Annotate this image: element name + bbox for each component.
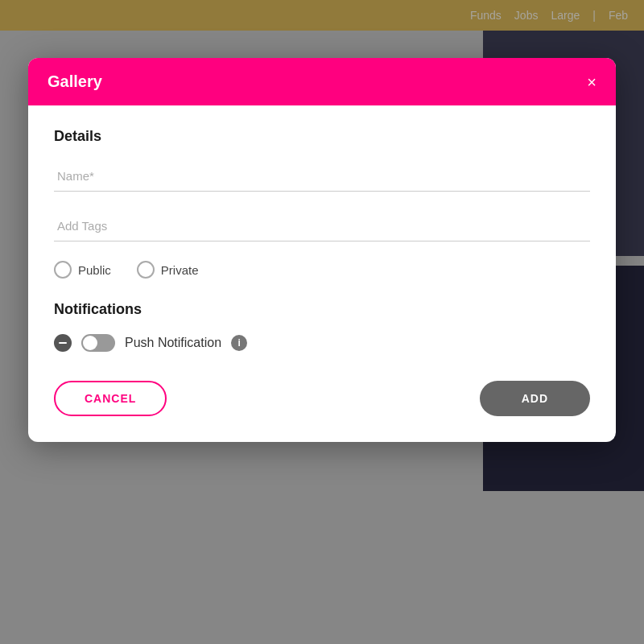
push-notification-toggle[interactable] xyxy=(81,334,115,352)
modal-header: Gallery × xyxy=(28,58,616,105)
radio-label-private: Private xyxy=(161,263,199,277)
toggle-knob xyxy=(83,336,97,350)
details-heading: Details xyxy=(54,128,590,145)
add-button[interactable]: ADD xyxy=(480,381,590,416)
close-button[interactable]: × xyxy=(587,74,597,90)
radio-label-public: Public xyxy=(78,263,111,277)
info-icon[interactable]: i xyxy=(231,335,247,351)
button-row: CANCEL ADD xyxy=(54,378,590,416)
radio-circle-public xyxy=(54,261,72,279)
notifications-section: Notifications Push Notification i xyxy=(54,301,590,352)
visibility-radio-group: Public Private xyxy=(54,261,590,279)
radio-private[interactable]: Private xyxy=(137,261,199,279)
notifications-heading: Notifications xyxy=(54,301,590,318)
cancel-button[interactable]: CANCEL xyxy=(54,381,167,416)
push-notification-label: Push Notification xyxy=(125,336,221,350)
toggle-minus-icon xyxy=(54,334,72,352)
details-section: Details Public Private xyxy=(54,128,590,279)
modal-body: Details Public Private Notifications xyxy=(28,105,616,442)
radio-public[interactable]: Public xyxy=(54,261,111,279)
info-icon-label: i xyxy=(237,337,240,349)
radio-circle-private xyxy=(137,261,155,279)
push-notification-row: Push Notification i xyxy=(54,334,590,352)
name-input[interactable] xyxy=(54,161,590,192)
tags-input[interactable] xyxy=(54,211,590,242)
gallery-modal: Gallery × Details Public Private xyxy=(28,58,616,442)
modal-title: Gallery xyxy=(47,72,102,91)
